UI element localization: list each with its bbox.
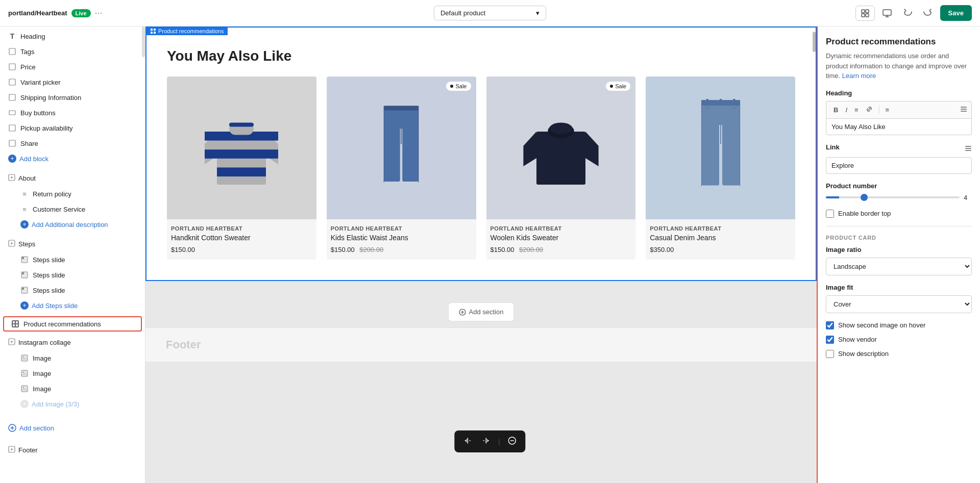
section-heading: You May Also Like [167, 48, 795, 64]
product-vendor-4: PORTLAND HEARTBEAT [650, 225, 791, 232]
svg-rect-47 [266, 149, 278, 159]
svg-marker-59 [585, 132, 599, 166]
sidebar-item-image-1[interactable]: Image [12, 350, 145, 366]
list-button[interactable]: ≡ [851, 104, 862, 116]
product-select-dropdown[interactable]: Default product ▾ [434, 6, 546, 20]
toolbar-delete-button[interactable] [505, 435, 520, 448]
sidebar-item-variant-picker[interactable]: Variant picker [0, 74, 145, 90]
link-input[interactable] [826, 157, 972, 174]
topbar-more-icon[interactable]: ··· [95, 8, 103, 18]
product-card-3[interactable]: Sale [486, 77, 636, 260]
add-image-icon: + [20, 400, 29, 408]
show-second-image-checkbox[interactable] [826, 321, 834, 329]
product-price-3: $150.00 $200.00 [491, 246, 632, 253]
product-image-2 [327, 77, 476, 219]
heading-input[interactable] [826, 118, 972, 135]
link-button[interactable] [863, 104, 876, 116]
sidebar-item-steps-slide-2[interactable]: Steps slide [12, 267, 145, 283]
sidebar-image-3-label: Image [33, 385, 51, 393]
sidebar-item-heading[interactable]: T Heading [0, 29, 145, 44]
pickup-icon [8, 124, 16, 132]
show-description-checkbox[interactable] [826, 350, 834, 358]
link-field-label: Link [826, 143, 840, 151]
main-area: T Heading Tags Price Variant picker [0, 27, 980, 483]
svg-rect-66 [719, 99, 722, 105]
about-group-header[interactable]: About [0, 170, 145, 186]
sidebar-item-image-2[interactable]: Image [12, 366, 145, 381]
undo-button[interactable] [899, 5, 916, 21]
sidebar-item-product-recommendations[interactable]: Product recommendations [3, 316, 142, 332]
select-mode-button[interactable] [855, 6, 875, 21]
sidebar-item-steps-slide-1[interactable]: Steps slide [12, 252, 145, 267]
image-1-icon [20, 354, 29, 362]
sidebar-item-buy-buttons[interactable]: Buy buttons [0, 105, 145, 120]
product-card-4[interactable]: PORTLAND HEARTBEAT Casual Denim Jeans $3… [646, 77, 795, 260]
enable-border-top-checkbox[interactable] [826, 210, 834, 218]
toolbar-move-right-button[interactable] [479, 435, 493, 448]
add-section-canvas-button[interactable]: Add section [448, 302, 514, 321]
steps-slide-3-icon [20, 286, 29, 294]
sidebar-tags-label: Tags [20, 48, 34, 56]
desktop-icon[interactable] [879, 5, 895, 21]
share-icon [8, 139, 16, 147]
product-number-slider[interactable] [826, 196, 960, 198]
product-image-1 [167, 77, 316, 219]
steps-slide-2-icon [20, 271, 29, 279]
original-price-3: $200.00 [519, 246, 543, 253]
add-block-button[interactable]: + Add block [0, 151, 145, 166]
sidebar-item-steps-slide-3[interactable]: Steps slide [12, 283, 145, 298]
sidebar-item-tags[interactable]: Tags [0, 44, 145, 59]
topbar: portland/Heartbeat Live ··· Default prod… [0, 0, 980, 27]
sidebar-item-price[interactable]: Price [0, 59, 145, 74]
save-button[interactable]: Save [940, 5, 972, 21]
show-vendor-checkbox[interactable] [826, 336, 834, 344]
product-card-2[interactable]: Sale [327, 77, 476, 260]
topbar-right: Save [655, 5, 972, 21]
toolbar-move-left-button[interactable] [460, 435, 475, 448]
add-section-button[interactable]: Add section [8, 420, 137, 436]
heading-field-label: Heading [826, 89, 972, 97]
italic-button[interactable]: I [842, 104, 850, 116]
product-name-4: Casual Denim Jeans [650, 234, 791, 242]
learn-more-link[interactable]: Learn more [842, 72, 876, 80]
enable-border-top-label: Enable border top [838, 210, 891, 217]
sidebar-item-share[interactable]: Share [0, 136, 145, 151]
add-section-row: Add section [0, 414, 145, 442]
sidebar-item-pickup-availability[interactable]: Pickup availability [0, 120, 145, 136]
add-steps-slide-button[interactable]: + Add Steps slide [12, 298, 145, 313]
link-stack-icon[interactable] [965, 145, 972, 154]
steps-slide-1-icon [20, 256, 29, 264]
product-rec-icon [11, 320, 19, 328]
svg-rect-46 [266, 132, 278, 141]
sidebar-item-customer-service[interactable]: ≡ Customer Service [12, 201, 145, 217]
instagram-items: Image Image Image + Add Image (3/3) [12, 350, 145, 412]
show-second-image-label: Show second image on hover [838, 321, 925, 329]
product-name-3: Woolen Kids Sweater [491, 234, 632, 242]
product-number-field: Product number 4 [826, 182, 972, 201]
sidebar-item-shipping-information[interactable]: Shipping Information [0, 90, 145, 105]
product-card-1[interactable]: PORTLAND HEARTBEAT Handknit Cotton Sweat… [167, 77, 316, 260]
add-image-button[interactable]: + Add Image (3/3) [12, 396, 145, 412]
stack-icon-heading[interactable] [960, 106, 967, 114]
bold-button[interactable]: B [830, 104, 841, 116]
sidebar-price-label: Price [20, 63, 36, 71]
more-options-button[interactable]: ≡ [883, 104, 893, 116]
sidebar-shipping-label: Shipping Information [20, 94, 81, 101]
footer-group-label: Footer [18, 446, 38, 454]
image-ratio-select[interactable]: Square Portrait Landscape [826, 258, 972, 275]
svg-rect-11 [9, 140, 15, 146]
redo-button[interactable] [920, 5, 936, 21]
image-fit-select[interactable]: Contain Cover [826, 295, 972, 313]
show-description-label: Show description [838, 350, 889, 358]
add-additional-description-button[interactable]: + Add Additional description [12, 217, 145, 232]
svg-rect-75 [961, 109, 967, 110]
sidebar-item-return-policy[interactable]: ≡ Return policy [12, 186, 145, 201]
product-info-2: PORTLAND HEARTBEAT Kids Elastic Waist Je… [327, 219, 476, 260]
footer-group-header[interactable]: Footer [0, 442, 145, 458]
svg-rect-34 [151, 29, 153, 31]
svg-rect-35 [154, 29, 156, 31]
steps-group-header[interactable]: Steps [0, 236, 145, 252]
panel-title: Product recommendations [826, 37, 972, 47]
sidebar-item-image-3[interactable]: Image [12, 381, 145, 396]
instagram-group-header[interactable]: Instagram collage [0, 335, 145, 350]
